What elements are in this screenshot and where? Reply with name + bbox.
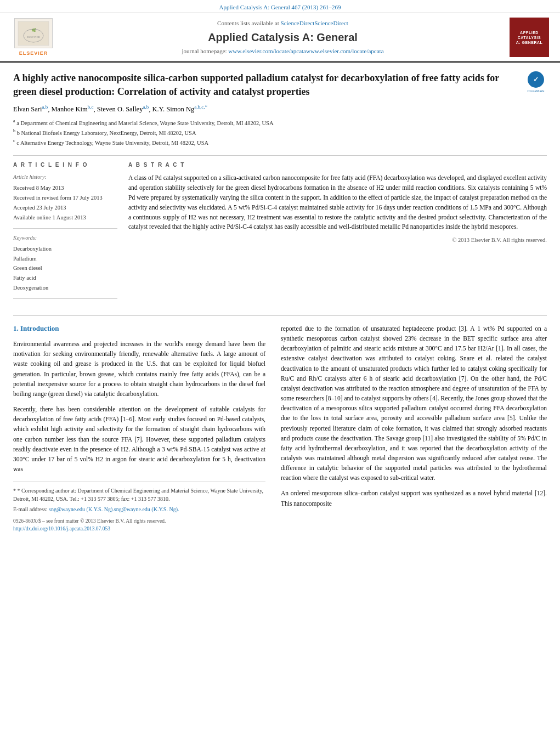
abstract-label: A B S T R A C T (128, 161, 547, 169)
date-received: Received 8 May 2013 Received in revised … (13, 183, 117, 222)
svg-text:🌿: 🌿 (32, 28, 36, 32)
catalyst-logo-box: APPLIEDCATALYSISA: GENERAL (510, 18, 549, 57)
author2: Manhoe Kim (51, 105, 87, 113)
page-wrapper: Applied Catalysis A: General 467 (2013) … (0, 0, 560, 541)
article-title-block: A highly active nanocomposite silica-car… (13, 71, 516, 148)
kw5: Deoxygenation (13, 283, 117, 293)
article-title: A highly active nanocomposite silica-car… (13, 71, 516, 98)
article-header: A highly active nanocomposite silica-car… (13, 71, 547, 148)
body-col-left: 1. Introduction Environmental awareness … (13, 324, 265, 533)
author1: Elvan Sari (13, 105, 42, 113)
crossmark-label: CrossMark (527, 89, 544, 94)
body-section: 1. Introduction Environmental awareness … (13, 315, 547, 533)
intro-para1: Environmental awareness and projected in… (13, 339, 265, 399)
email-line: E-mail address: sng@wayne.edu (K.Y.S. Ng… (13, 505, 265, 513)
keywords-section: Keywords: Decarboxylation Palladium Gree… (13, 234, 117, 299)
affil-b: b b National Biofuels Energy Laboratory,… (13, 128, 516, 137)
author4: K.Y. Simon Ng (152, 105, 194, 113)
kw4: Fatty acid (13, 273, 117, 283)
history-title: Article history: (13, 173, 117, 181)
homepage-url[interactable]: www.elsevier.com/locate/apcata (228, 48, 306, 54)
contents-label: Contents lists available at (217, 20, 279, 26)
revised-date: Received in revised form 17 July 2013 (13, 193, 117, 203)
affiliations: a a Department of Chemical Engineering a… (13, 118, 516, 148)
accepted-date: Accepted 23 July 2013 (13, 203, 117, 213)
top-bar: Applied Catalysis A: General 467 (2013) … (0, 0, 560, 13)
crossmark[interactable]: ✓ CrossMark (525, 71, 547, 94)
footnote-star: * * Corresponding author at: Department … (13, 487, 265, 503)
keywords-list: Decarboxylation Palladium Green diesel F… (13, 244, 117, 293)
available-date: Available online 1 August 2013 (13, 213, 117, 223)
author3-sup: a,b (143, 104, 149, 110)
article-info-abstract: A R T I C L E I N F O Article history: R… (13, 155, 547, 304)
homepage-label: journal homepage: (182, 48, 227, 54)
doi-line[interactable]: http://dx.doi.org/10.1016/j.apcata.2013.… (13, 525, 265, 533)
kw2: Palladium (13, 254, 117, 264)
intro-heading: 1. Introduction (13, 324, 265, 333)
svg-rect-0 (18, 21, 49, 46)
email-address[interactable]: sng@wayne.edu (K.Y.S. Ng). (49, 506, 114, 512)
issn-line: 0926-860X/$ – see front matter © 2013 El… (13, 518, 265, 525)
affil-a: a a Department of Chemical Engineering a… (13, 118, 516, 127)
email-label: E-mail address: (13, 506, 47, 512)
email-text: sng@wayne.edu (K.Y.S. Ng). (114, 506, 179, 512)
sciencedirect-link[interactable]: ScienceDirect (281, 20, 315, 26)
homepage-url-text: www.elsevier.com/locate/apcata (306, 48, 384, 54)
journal-title: Applied Catalysis A: General (64, 30, 502, 45)
right-para1: reported due to the formation of unsatur… (281, 324, 547, 483)
elsevier-label: ELSEVIER (19, 50, 48, 57)
abstract-text: A class of Pd catalyst supported on a si… (128, 173, 547, 232)
journal-citation: Applied Catalysis A: General 467 (2013) … (219, 4, 341, 10)
authors: Elvan Saria,b, Manhoe Kimb,c, Steven O. … (13, 104, 516, 115)
intro-para2-text: Recently, there has been considerable at… (13, 406, 265, 472)
header-center: Contents lists available at ScienceDirec… (64, 19, 502, 56)
footnotes: * * Corresponding author at: Department … (13, 482, 265, 513)
received-date: Received 8 May 2013 (13, 183, 117, 193)
kw3: Green diesel (13, 263, 117, 273)
body-col-right: reported due to the formation of unsatur… (281, 324, 547, 533)
affil-c: c c Alternative Energy Technology, Wayne… (13, 138, 516, 147)
footnote-text: * Corresponding author at: Department of… (13, 488, 263, 502)
keywords-title: Keywords: (13, 234, 117, 242)
author4-sup: a,b,c,* (194, 104, 207, 110)
abstract-col: A B S T R A C T A class of Pd catalyst s… (128, 161, 547, 304)
sciencedirect-line: Contents lists available at ScienceDirec… (64, 19, 502, 27)
journal-logo: APPLIEDCATALYSISA: GENERAL (507, 18, 551, 57)
intro-para2: Recently, there has been considerable at… (13, 404, 265, 474)
journal-homepage: journal homepage: www.elsevier.com/locat… (64, 47, 502, 55)
crossmark-icon: ✓ (528, 71, 544, 88)
page-header: 🌿 ELSEVIER ELSEVIER Contents lists avail… (0, 13, 560, 63)
main-content: A highly active nanocomposite silica-car… (0, 63, 560, 541)
elsevier-branding: 🌿 ELSEVIER ELSEVIER (9, 18, 58, 57)
author2-sup: b,c (88, 104, 94, 110)
author1-sup: a,b (42, 104, 48, 110)
svg-text:ELSEVIER: ELSEVIER (27, 36, 40, 38)
footnote-asterisk: * (13, 488, 16, 494)
right-para2: An ordered mesoporous silica–carbon cata… (281, 488, 547, 508)
article-info-label: A R T I C L E I N F O (13, 161, 117, 169)
author3: Steven O. Salley (97, 105, 143, 113)
abstract-copyright: © 2013 Elsevier B.V. All rights reserved… (128, 236, 547, 245)
kw1: Decarboxylation (13, 244, 117, 254)
sciencedirect-name: ScienceDirect (314, 20, 348, 26)
article-info-col: A R T I C L E I N F O Article history: R… (13, 161, 117, 304)
article-history: Article history: Received 8 May 2013 Rec… (13, 173, 117, 228)
